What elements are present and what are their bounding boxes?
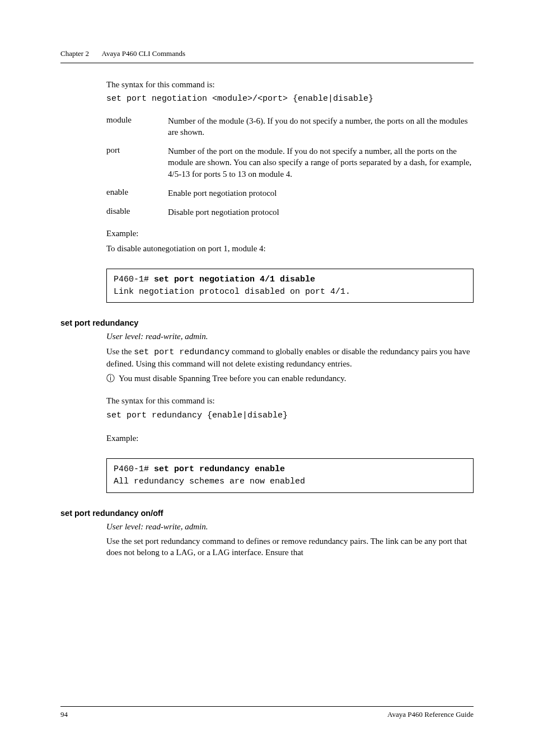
note-text: You must disable Spanning Tree before yo… (119, 374, 346, 383)
chapter-label: Chapter 2 (60, 49, 89, 58)
param-desc: Number of the module (3-6). If you do no… (168, 115, 474, 138)
param-name: module (106, 115, 168, 125)
code-prompt: P460-1# (114, 275, 154, 284)
param-row: port Number of the port on the module. I… (106, 145, 474, 180)
section-heading-redundancy: set port redundancy (60, 318, 474, 327)
page-footer: 94 Avaya P460 Reference Guide (60, 706, 474, 719)
syntax-args: {enable|disable} (202, 411, 288, 420)
page-number: 94 (60, 710, 68, 719)
syntax-cmd: set port redundancy (106, 411, 202, 420)
section-heading-onoff: set port redundancy on/off (60, 509, 474, 518)
code-command: set port negotiation 4/1 disable (154, 275, 315, 284)
info-icon: ⓘ (106, 373, 115, 384)
param-name: enable (106, 187, 168, 197)
example-label: Example: (106, 228, 474, 239)
syntax-line: set port redundancy {enable|disable} (106, 410, 474, 421)
param-row: disable Disable port negotiation protoco… (106, 206, 474, 218)
code-box: P460-1# set port negotiation 4/1 disable… (106, 269, 474, 303)
header-rule (60, 63, 474, 63)
param-row: module Number of the module (3-6). If yo… (106, 115, 474, 138)
user-level: User level: read-write, admin. (106, 521, 474, 532)
param-desc: Enable port negotiation protocol (168, 187, 474, 199)
syntax-cmd: set port negotiation (106, 94, 207, 104)
info-note: ⓘ You must disable Spanning Tree before … (106, 373, 474, 384)
para-mono: set port redundancy (134, 348, 229, 357)
onoff-para: Use the set port redundancy command to d… (106, 536, 474, 558)
syntax-lead: The syntax for this command is: (106, 395, 474, 406)
example-lead: To disable autonegotiation on port 1, mo… (106, 243, 474, 254)
chapter-title: Avaya P460 CLI Commands (101, 49, 185, 58)
param-table: module Number of the module (3-6). If yo… (106, 115, 474, 218)
running-head: Chapter 2 Avaya P460 CLI Commands (60, 49, 474, 58)
code-command: set port redundancy enable (154, 464, 285, 474)
para-text: Use the (106, 347, 134, 356)
doc-title: Avaya P460 Reference Guide (387, 710, 474, 719)
code-box: P460-1# set port redundancy enable All r… (106, 458, 474, 493)
syntax-line: set port negotiation <module>/<port> {en… (106, 93, 474, 105)
param-name: disable (106, 206, 168, 216)
param-row: enable Enable port negotiation protocol (106, 187, 474, 199)
param-desc: Number of the port on the module. If you… (168, 145, 474, 180)
syntax-args: <module>/<port> {enable|disable} (207, 94, 373, 104)
code-output: All redundancy schemes are now enabled (114, 477, 305, 486)
code-output: Link negotiation protocol disabled on po… (114, 287, 350, 297)
example-label: Example: (106, 433, 474, 444)
param-name: port (106, 145, 168, 155)
user-level: User level: read-write, admin. (106, 331, 474, 342)
syntax-lead: The syntax for this command is: (106, 79, 474, 90)
redundancy-para: Use the set port redundancy command to g… (106, 346, 474, 370)
param-desc: Disable port negotiation protocol (168, 206, 474, 218)
code-prompt: P460-1# (114, 464, 154, 474)
